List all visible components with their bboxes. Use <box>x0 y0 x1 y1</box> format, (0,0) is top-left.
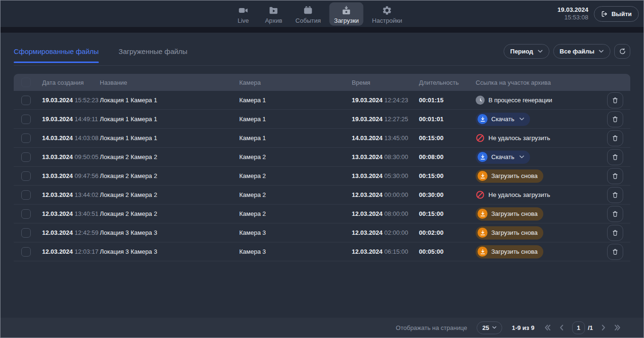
settings-gear-icon <box>382 5 393 16</box>
select-all-checkbox[interactable] <box>21 78 31 87</box>
top-bar: Live Архив События Загрузки <box>0 0 644 27</box>
row-checkbox[interactable] <box>21 152 31 162</box>
table-row: 14.03.2024 14:03:08 Локация 1 Камера 1 К… <box>14 129 630 148</box>
archive-date: 19.03.2024 <box>352 97 383 104</box>
app-window: Live Архив События Загрузки <box>0 0 644 338</box>
per-page-select[interactable]: 25 <box>477 321 502 334</box>
topbar-right: 19.03.2024 15:53:08 Выйти <box>557 0 639 27</box>
pagination-bar: Отображать на странице 25 1-9 из 9 1 /1 <box>0 318 644 338</box>
nav-item-label: Live <box>237 18 249 24</box>
retry-download-button[interactable]: Загрузить снова <box>476 226 543 240</box>
row-checkbox[interactable] <box>21 228 31 238</box>
next-page-button[interactable] <box>600 324 607 331</box>
table-row: 13.03.2024 09:50:05 Локация 2 Камера 2 К… <box>14 148 630 167</box>
nav-item-events[interactable]: События <box>291 2 326 26</box>
file-name: Локация 3 Камера 3 <box>100 248 239 255</box>
status-label: Загрузить снова <box>491 172 538 179</box>
duration: 00:02:00 <box>419 229 476 236</box>
nav-item-archive[interactable]: Архив <box>260 2 287 26</box>
video-camera-icon <box>237 5 249 16</box>
camera-name: Камера 3 <box>239 229 352 236</box>
tab-generated-files[interactable]: Сформированные файлы <box>14 47 99 62</box>
archive-time: 06:15:00 <box>384 248 409 255</box>
camera-name: Камера 1 <box>239 116 352 123</box>
delete-button[interactable] <box>607 225 623 241</box>
created-time: 09:47:56 <box>75 172 99 179</box>
download-icon <box>478 152 487 162</box>
created-date: 12.03.2024 <box>42 210 73 217</box>
nav-item-live[interactable]: Live <box>230 2 256 26</box>
first-page-button[interactable] <box>544 324 551 331</box>
delete-button[interactable] <box>607 149 623 165</box>
table-row: 12.03.2024 12:42:59 Локация 3 Камера 3 К… <box>14 223 630 242</box>
retry-download-button[interactable]: Загрузить снова <box>476 207 543 221</box>
created-time: 15:52:23 <box>75 97 99 104</box>
table-header: Дата создания Название Камера Время Длит… <box>14 74 630 91</box>
nav-item-label: События <box>296 18 321 24</box>
duration: 00:08:00 <box>419 153 476 160</box>
table-row: 12.03.2024 13:44:02 Локация 2 Камера 2 К… <box>14 186 630 205</box>
col-camera: Камера <box>239 79 352 86</box>
table-row: 19.03.2024 14:49:11 Локация 1 Камера 1 К… <box>14 110 630 129</box>
download-button[interactable]: Скачать <box>476 113 530 126</box>
duration: 00:30:00 <box>419 191 476 198</box>
period-filter-button[interactable]: Период <box>504 44 549 59</box>
delete-button[interactable] <box>607 168 623 184</box>
col-created-date: Дата создания <box>42 79 100 86</box>
row-checkbox[interactable] <box>21 209 31 219</box>
row-checkbox[interactable] <box>21 133 31 143</box>
delete-button[interactable] <box>607 244 623 260</box>
logout-button[interactable]: Выйти <box>594 6 639 22</box>
refresh-button[interactable] <box>614 44 630 59</box>
trash-icon <box>611 172 619 180</box>
files-filter-button[interactable]: Все файлы <box>553 44 610 59</box>
download-button[interactable]: Скачать <box>476 151 530 164</box>
last-page-button[interactable] <box>614 324 621 331</box>
delete-button[interactable] <box>607 206 623 222</box>
nav-item-label: Настройки <box>372 18 402 24</box>
main-content: Сформированные файлы Загруженные файлы П… <box>0 33 644 261</box>
row-checkbox[interactable] <box>21 96 31 105</box>
delete-button[interactable] <box>607 187 623 203</box>
retry-download-button[interactable]: Загрузить снова <box>476 245 543 258</box>
current-page-input[interactable]: 1 <box>572 321 585 334</box>
archive-date: 19.03.2024 <box>352 116 383 123</box>
status-failed: Не удалось загрузить <box>476 190 600 199</box>
file-name: Локация 1 Камера 1 <box>100 97 239 104</box>
tabs: Сформированные файлы Загруженные файлы <box>14 47 187 62</box>
prev-page-button[interactable] <box>558 324 566 331</box>
archive-time: 08:00:00 <box>384 210 409 217</box>
refresh-icon <box>619 48 626 55</box>
row-checkbox[interactable] <box>21 190 31 200</box>
delete-button[interactable] <box>607 130 623 146</box>
file-name: Локация 3 Камера 3 <box>100 229 239 236</box>
current-time: 15:53:08 <box>557 14 588 21</box>
retry-download-button[interactable]: Загрузить снова <box>476 169 543 183</box>
files-filter-label: Все файлы <box>560 48 594 55</box>
table-row: 12.03.2024 13:40:51 Локация 2 Камера 2 К… <box>14 205 630 223</box>
trash-icon <box>611 134 619 142</box>
row-checkbox[interactable] <box>21 171 31 181</box>
chevron-left-icon <box>558 324 566 331</box>
file-name: Локация 2 Камера 2 <box>100 191 239 198</box>
trash-icon <box>611 210 619 218</box>
col-name: Название <box>100 79 239 86</box>
filters: Период Все файлы <box>504 44 630 65</box>
delete-button[interactable] <box>607 111 623 127</box>
status-label: В процессе генерации <box>488 97 552 104</box>
blocked-icon <box>476 133 485 142</box>
trash-icon <box>611 116 619 123</box>
row-checkbox[interactable] <box>21 115 31 124</box>
camera-name: Камера 1 <box>239 134 352 142</box>
nav-item-downloads[interactable]: Загрузки <box>330 2 364 26</box>
tab-label: Загруженные файлы <box>119 47 188 55</box>
nav-item-settings[interactable]: Настройки <box>367 2 407 26</box>
delete-button[interactable] <box>607 92 623 108</box>
nav-item-label: Загрузки <box>334 18 359 24</box>
row-checkbox[interactable] <box>21 247 31 257</box>
tab-uploaded-files[interactable]: Загруженные файлы <box>119 47 188 62</box>
status-label: Не удалось загрузить <box>488 134 550 142</box>
download-icon <box>478 247 487 257</box>
duration: 00:01:01 <box>419 116 476 123</box>
total-pages: /1 <box>588 324 593 331</box>
